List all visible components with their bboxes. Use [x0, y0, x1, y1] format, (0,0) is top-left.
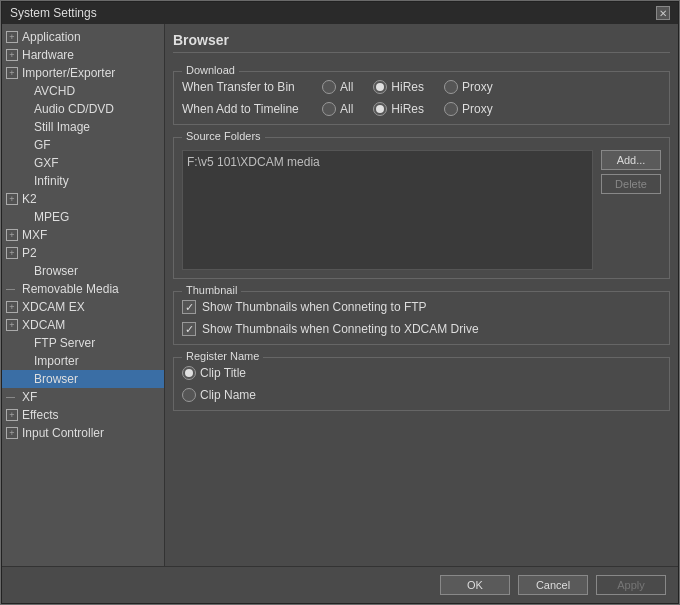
source-folders-content: F:\v5 101\XDCAM media Add... Delete	[182, 150, 661, 270]
expand-icon-importer-exporter: +	[6, 67, 18, 79]
dash-icon-xf: —	[6, 392, 20, 402]
add-button[interactable]: Add...	[601, 150, 661, 170]
sidebar-item-label-browser-p2: Browser	[34, 264, 78, 278]
sidebar-item-label-xdcam-ex: XDCAM EX	[22, 300, 85, 314]
row2-label: When Add to Timeline	[182, 102, 322, 116]
sidebar-item-label-k2: K2	[22, 192, 37, 206]
sidebar-item-xdcam-ex[interactable]: +XDCAM EX	[2, 298, 164, 316]
main-panel: Browser Download When Transfer to Bin Al…	[165, 24, 678, 566]
expand-icon-mxf: +	[6, 229, 18, 241]
row2-hires-radio[interactable]: HiRes	[373, 102, 424, 116]
row1-all-label: All	[340, 80, 353, 94]
source-folders-label: Source Folders	[182, 130, 265, 142]
row1-proxy-label: Proxy	[462, 80, 493, 94]
sidebar-item-importer-exporter[interactable]: +Importer/Exporter	[2, 64, 164, 82]
sidebar-item-label-infinity: Infinity	[34, 174, 69, 188]
clip-title-radio[interactable]: Clip Title	[182, 366, 661, 380]
delete-button[interactable]: Delete	[601, 174, 661, 194]
panel-title: Browser	[173, 32, 670, 53]
sidebar-item-label-application: Application	[22, 30, 81, 44]
sidebar: +Application+Hardware+Importer/ExporterA…	[2, 24, 165, 566]
sidebar-item-avchd[interactable]: AVCHD	[2, 82, 164, 100]
sidebar-item-browser-p2[interactable]: Browser	[2, 262, 164, 280]
sidebar-item-hardware[interactable]: +Hardware	[2, 46, 164, 64]
folder-path: F:\v5 101\XDCAM media	[187, 155, 588, 169]
folder-list[interactable]: F:\v5 101\XDCAM media	[182, 150, 593, 270]
thumbnail-group: Thumbnail Show Thumbnails when Conneting…	[173, 291, 670, 345]
sidebar-item-mxf[interactable]: +MXF	[2, 226, 164, 244]
close-button[interactable]: ✕	[656, 6, 670, 20]
row1-all-circle	[322, 80, 336, 94]
xdcam-thumbnail-label: Show Thumbnails when Conneting to XDCAM …	[202, 322, 479, 336]
row1-proxy-circle	[444, 80, 458, 94]
clip-name-label: Clip Name	[200, 388, 256, 402]
sidebar-item-input-controller[interactable]: +Input Controller	[2, 424, 164, 442]
clip-name-circle	[182, 388, 196, 402]
row2-proxy-radio[interactable]: Proxy	[444, 102, 493, 116]
row1-radio-group: All HiRes Proxy	[322, 80, 493, 94]
row2-radio-group: All HiRes Proxy	[322, 102, 493, 116]
sidebar-item-gf[interactable]: GF	[2, 136, 164, 154]
dialog-title: System Settings	[10, 6, 97, 20]
expand-icon-application: +	[6, 31, 18, 43]
row1-hires-radio[interactable]: HiRes	[373, 80, 424, 94]
row2-all-label: All	[340, 102, 353, 116]
clip-name-radio[interactable]: Clip Name	[182, 388, 661, 402]
content-area: +Application+Hardware+Importer/ExporterA…	[2, 24, 678, 566]
ftp-thumbnail-checkbox[interactable]: Show Thumbnails when Conneting to FTP	[182, 300, 661, 314]
dash-icon-removable-media: —	[6, 284, 20, 294]
row1-hires-circle	[373, 80, 387, 94]
sidebar-item-importer[interactable]: Importer	[2, 352, 164, 370]
register-name-label: Register Name	[182, 350, 263, 362]
clip-title-circle	[182, 366, 196, 380]
sidebar-item-label-xf: XF	[22, 390, 37, 404]
source-folders-group: Source Folders F:\v5 101\XDCAM media Add…	[173, 137, 670, 279]
sidebar-item-infinity[interactable]: Infinity	[2, 172, 164, 190]
sidebar-item-gxf[interactable]: GXF	[2, 154, 164, 172]
sidebar-item-mpeg[interactable]: MPEG	[2, 208, 164, 226]
row2-proxy-circle	[444, 102, 458, 116]
thumbnail-label: Thumbnail	[182, 284, 241, 296]
apply-button[interactable]: Apply	[596, 575, 666, 595]
sidebar-item-xf[interactable]: —XF	[2, 388, 164, 406]
cancel-button[interactable]: Cancel	[518, 575, 588, 595]
sidebar-item-label-importer-exporter: Importer/Exporter	[22, 66, 115, 80]
expand-icon-p2: +	[6, 247, 18, 259]
system-settings-dialog: System Settings ✕ +Application+Hardware+…	[1, 1, 679, 604]
row1-all-radio[interactable]: All	[322, 80, 353, 94]
row1-proxy-radio[interactable]: Proxy	[444, 80, 493, 94]
row2-hires-circle	[373, 102, 387, 116]
sidebar-item-p2[interactable]: +P2	[2, 244, 164, 262]
expand-icon-effects: +	[6, 409, 18, 421]
sidebar-item-label-gxf: GXF	[34, 156, 59, 170]
download-row-1: When Transfer to Bin All HiRes Proxy	[182, 80, 661, 94]
expand-icon-hardware: +	[6, 49, 18, 61]
expand-icon-xdcam: +	[6, 319, 18, 331]
sidebar-item-still-image[interactable]: Still Image	[2, 118, 164, 136]
sidebar-item-audio-cd-dvd[interactable]: Audio CD/DVD	[2, 100, 164, 118]
download-label: Download	[182, 64, 239, 76]
folder-buttons: Add... Delete	[601, 150, 661, 270]
sidebar-item-label-importer: Importer	[34, 354, 79, 368]
sidebar-item-xdcam[interactable]: +XDCAM	[2, 316, 164, 334]
sidebar-item-label-browser: Browser	[34, 372, 78, 386]
title-bar: System Settings ✕	[2, 2, 678, 24]
sidebar-item-application[interactable]: +Application	[2, 28, 164, 46]
sidebar-item-browser[interactable]: Browser	[2, 370, 164, 388]
sidebar-item-effects[interactable]: +Effects	[2, 406, 164, 424]
row1-label: When Transfer to Bin	[182, 80, 322, 94]
sidebar-item-label-ftp-server: FTP Server	[34, 336, 95, 350]
footer: OK Cancel Apply	[2, 566, 678, 603]
row2-all-radio[interactable]: All	[322, 102, 353, 116]
expand-icon-input-controller: +	[6, 427, 18, 439]
sidebar-item-removable-media[interactable]: —Removable Media	[2, 280, 164, 298]
xdcam-thumbnail-checkbox[interactable]: Show Thumbnails when Conneting to XDCAM …	[182, 322, 661, 336]
sidebar-item-label-mxf: MXF	[22, 228, 47, 242]
row2-hires-label: HiRes	[391, 102, 424, 116]
sidebar-item-label-xdcam: XDCAM	[22, 318, 65, 332]
sidebar-item-k2[interactable]: +K2	[2, 190, 164, 208]
sidebar-item-ftp-server[interactable]: FTP Server	[2, 334, 164, 352]
ok-button[interactable]: OK	[440, 575, 510, 595]
row2-proxy-label: Proxy	[462, 102, 493, 116]
ftp-thumbnail-label: Show Thumbnails when Conneting to FTP	[202, 300, 427, 314]
